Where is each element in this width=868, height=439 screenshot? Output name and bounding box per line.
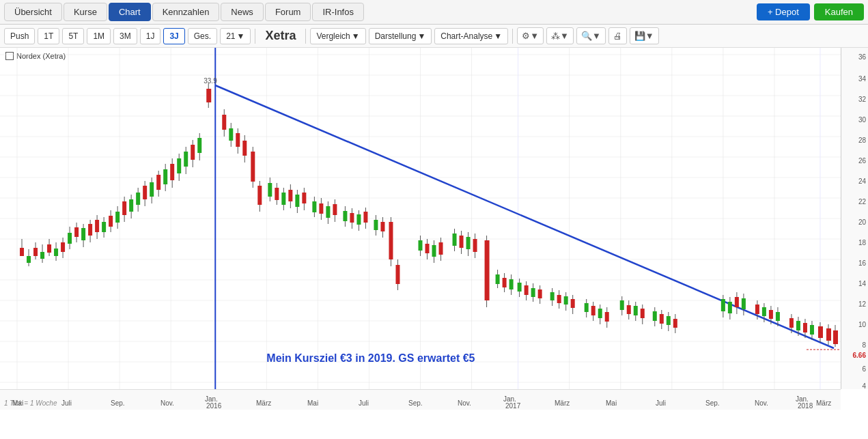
print-icon: 🖨 <box>613 31 622 41</box>
interval-1j[interactable]: 1J <box>140 28 161 44</box>
x-label-marz3: März <box>816 399 831 407</box>
svg-rect-133 <box>363 212 367 223</box>
svg-rect-75 <box>143 186 147 199</box>
svg-rect-169 <box>524 285 529 295</box>
print-button[interactable]: 🖨 <box>608 27 627 44</box>
tab-ir-infos[interactable]: IR-Infos <box>312 3 364 21</box>
svg-rect-135 <box>374 220 378 230</box>
x-label-2018: 2018 <box>798 402 813 410</box>
svg-rect-47 <box>47 244 51 253</box>
save-icon: 💾 <box>634 31 645 41</box>
interval-1t[interactable]: 1T <box>38 28 59 44</box>
divider-2 <box>305 29 306 44</box>
chevron-down-icon-6: ▼ <box>560 31 569 41</box>
svg-rect-67 <box>115 212 120 223</box>
svg-rect-79 <box>156 175 160 190</box>
svg-rect-125 <box>333 204 337 215</box>
settings-button[interactable]: ⚙ ▼ <box>517 27 544 44</box>
svg-rect-95 <box>222 115 226 130</box>
svg-rect-101 <box>242 141 247 156</box>
push-button[interactable]: Push <box>4 28 35 44</box>
svg-rect-61 <box>95 220 99 232</box>
tab-kennzahlen[interactable]: Kennzahlen <box>152 3 220 21</box>
darstellung-label: Darstellung <box>375 31 417 41</box>
svg-rect-141 <box>395 265 400 284</box>
zoom-icon: 🔍 <box>581 31 592 41</box>
svg-rect-121 <box>319 203 323 214</box>
svg-rect-159 <box>485 240 490 300</box>
svg-rect-213 <box>742 298 746 309</box>
chevron-down-icon-7: ▼ <box>592 31 601 41</box>
tab-kurse[interactable]: Kurse <box>64 3 107 21</box>
svg-rect-157 <box>473 239 477 252</box>
svg-rect-235 <box>833 330 838 344</box>
tab-chart[interactable]: Chart <box>109 3 151 21</box>
x-label-juli2: Juli <box>359 399 369 407</box>
svg-rect-183 <box>585 303 589 312</box>
svg-rect-227 <box>803 323 807 332</box>
svg-rect-199 <box>653 311 657 321</box>
darstellung-dropdown[interactable]: Darstellung ▼ <box>369 28 432 44</box>
interval-3m[interactable]: 3M <box>113 28 137 44</box>
svg-rect-113 <box>288 190 292 201</box>
interval-ges[interactable]: Ges. <box>188 28 217 44</box>
x-label-juli3: Juli <box>656 399 666 407</box>
svg-rect-73 <box>136 193 140 205</box>
chart-analyse-dropdown[interactable]: Chart-Analyse ▼ <box>434 28 508 44</box>
svg-rect-51 <box>61 242 65 252</box>
svg-rect-233 <box>826 328 831 341</box>
svg-rect-151 <box>453 233 457 246</box>
y-label-666: 6.66 <box>853 352 866 359</box>
interval-5t[interactable]: 5T <box>62 28 84 44</box>
svg-rect-185 <box>591 306 596 315</box>
tab-ubersicht[interactable]: Übersicht <box>4 3 62 21</box>
x-axis: 1 Tick = 1 Woche Mai Juli Sep. Nov. Jan.… <box>0 389 841 410</box>
depot-button[interactable]: + Depot <box>757 3 810 20</box>
chevron-down-icon-2: ▼ <box>352 31 360 41</box>
interval-3j[interactable]: 3J <box>163 28 184 44</box>
svg-rect-171 <box>531 288 535 297</box>
x-label-nov3: Nov. <box>755 399 768 407</box>
interval-1m[interactable]: 1M <box>87 28 111 44</box>
svg-rect-137 <box>380 222 384 231</box>
svg-rect-109 <box>275 188 279 200</box>
svg-rect-203 <box>667 316 671 325</box>
svg-rect-153 <box>460 236 464 248</box>
svg-rect-139 <box>389 222 393 259</box>
svg-rect-49 <box>54 249 58 256</box>
svg-rect-193 <box>627 305 631 314</box>
x-label-sep2: Sep. <box>408 399 423 407</box>
x-label-sep1: Sep. <box>111 399 125 407</box>
svg-rect-81 <box>163 169 167 184</box>
vergleich-dropdown[interactable]: Vergleich ▼ <box>310 28 365 44</box>
kaufen-button[interactable]: Kaufen <box>814 3 864 20</box>
chart-analyse-label: Chart-Analyse <box>440 31 492 41</box>
svg-rect-87 <box>184 152 188 167</box>
x-label-marz2: März <box>555 399 570 407</box>
share-button[interactable]: ⁂ ▼ <box>546 27 574 44</box>
svg-rect-223 <box>789 318 794 328</box>
chevron-down-icon-3: ▼ <box>417 31 425 41</box>
share-icon: ⁂ <box>551 31 560 41</box>
svg-rect-57 <box>81 228 85 240</box>
svg-rect-59 <box>88 224 92 236</box>
x-label-2017: 2017 <box>505 402 520 410</box>
svg-rect-91 <box>197 138 201 153</box>
svg-rect-97 <box>229 128 233 141</box>
svg-rect-65 <box>109 216 113 227</box>
svg-text:33.9: 33.9 <box>204 77 217 85</box>
tab-news[interactable]: News <box>221 3 264 21</box>
badge-dropdown[interactable]: 21 ▼ <box>220 28 251 44</box>
svg-rect-149 <box>439 242 443 255</box>
svg-rect-177 <box>557 295 561 303</box>
tab-forum[interactable]: Forum <box>265 3 311 21</box>
x-label-mai3: Mai <box>606 399 617 407</box>
svg-rect-189 <box>605 312 609 322</box>
svg-rect-173 <box>538 289 542 298</box>
svg-rect-229 <box>810 325 814 335</box>
y-axis: 36 34 32 30 28 26 24 22 20 18 16 14 12 1… <box>841 48 868 389</box>
svg-rect-63 <box>102 222 106 232</box>
save-button[interactable]: 💾 ▼ <box>630 27 659 44</box>
zoom-button[interactable]: 🔍 ▼ <box>576 27 606 44</box>
y-label-34: 34 <box>858 75 866 83</box>
